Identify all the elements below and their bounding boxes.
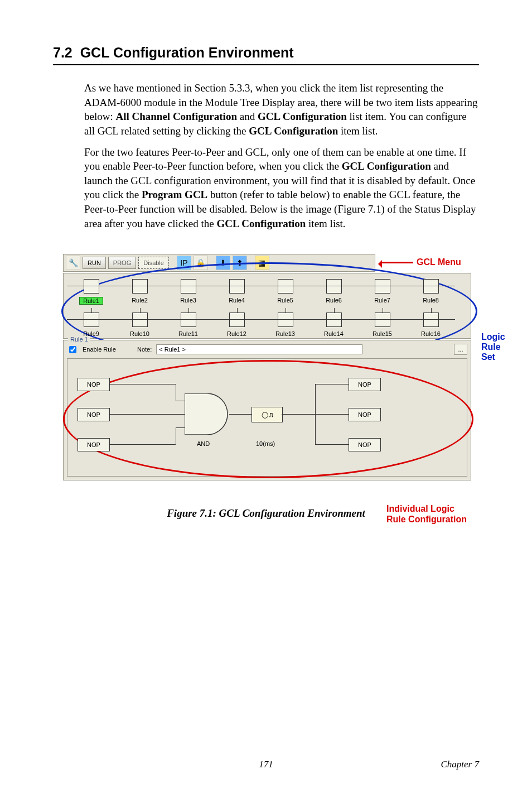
download-icon[interactable]: ⬇ [216,256,230,270]
rule-label[interactable]: Rule16 [418,330,444,337]
rule-label[interactable]: Rule10 [127,330,153,337]
rule-label[interactable]: Rule13 [272,330,298,337]
prog-button[interactable]: PROG [108,257,136,269]
rule-box[interactable] [132,279,148,294]
rule-box[interactable] [181,279,196,294]
note-browse-button[interactable]: ... [454,344,467,355]
section-number: 7.2 [53,45,72,60]
gcl-config-window: GCL Menu 🔧 RUN PROG Disable IP 🔒 ⬇ ⬆ ▦ [63,254,476,480]
rule-box[interactable] [278,279,293,294]
rule-box[interactable] [326,313,342,327]
section-title-text: GCL Configuration Environment [80,45,294,60]
output-nop-1[interactable]: NOP [349,378,381,391]
rule1-frame-title: Rule 1 [68,336,90,343]
disable-button[interactable]: Disable [138,257,169,269]
rule-label[interactable]: Rule4 [225,297,248,304]
monitor-icon[interactable]: ▦ [255,256,269,270]
annotation-gcl-menu: GCL Menu [417,257,461,267]
rule-box[interactable] [423,279,439,294]
rule-box[interactable] [326,279,342,294]
page-footer: 171 Chapter 7 [53,759,479,770]
rule1-frame: Rule 1 Enable Rule Note: ... NOP NOP NOP [63,340,471,480]
and-gate[interactable] [185,393,229,435]
lock-icon[interactable]: 🔒 [194,256,208,270]
rule-label[interactable]: Rule14 [321,330,347,337]
rule-box[interactable] [375,313,390,327]
rule-label[interactable]: Rule8 [419,297,442,304]
rule-label[interactable]: Rule11 [175,330,201,337]
rule-label[interactable]: Rule15 [369,330,395,337]
logic-canvas: NOP NOP NOP [67,358,467,477]
rule-box[interactable] [84,313,99,327]
rule-label[interactable]: Rule7 [371,297,394,304]
rule-label[interactable]: Rule12 [224,330,250,337]
rule-label[interactable]: Rule2 [128,297,151,304]
paragraph-1: As we have mentioned in Section 5.3.3, w… [84,81,479,138]
rule-box[interactable] [229,313,245,327]
heading-rule [53,64,479,65]
rule-box[interactable] [84,279,99,294]
output-nop-3[interactable]: NOP [349,438,381,451]
chapter-label: Chapter 7 [441,759,479,770]
ip-icon[interactable]: IP [177,256,191,270]
delay-block[interactable]: ◯ ⎍ [252,407,283,422]
gcl-toolbar: 🔧 RUN PROG Disable IP 🔒 ⬇ ⬆ ▦ [63,254,375,272]
delay-label: 10(ms) [256,440,275,447]
rule-box[interactable] [423,313,439,327]
rule-label[interactable]: Rule6 [322,297,345,304]
rule-label[interactable]: Rule5 [274,297,297,304]
section-heading: 7.2 GCL Configuration Environment [53,45,479,61]
note-label: Note: [137,346,152,353]
rule-box[interactable] [229,279,245,294]
paragraph-2: For the two features Peer-to-Peer and GC… [84,145,479,231]
pulse-icon: ⎍ [269,411,273,418]
clock-icon: ◯ [262,411,268,419]
enable-rule-label: Enable Rule [83,346,116,353]
run-button[interactable]: RUN [83,257,106,269]
annotation-individual-logic: Individual Logic Rule Configuration [386,504,467,525]
annotation-logic-rule-set: Logic Rule Set [481,332,505,362]
body-text: As we have mentioned in Section 5.3.3, w… [84,81,479,230]
rule-box[interactable] [132,313,148,327]
input-nop-3[interactable]: NOP [78,438,110,451]
page-number: 171 [259,759,273,770]
rule-row-1: Rule1 Rule2 Rule3 Rule4 Rule5 Rule6 Rule… [67,279,467,305]
arrow-icon [380,262,413,263]
rule-box[interactable] [375,279,390,294]
module-icon[interactable]: 🔧 [66,256,80,270]
enable-rule-checkbox[interactable] [69,346,76,353]
rule-row-2: Rule9 Rule10 Rule11 Rule12 Rule13 Rule14… [67,313,467,337]
rule-box[interactable] [278,313,293,327]
and-gate-label: AND [197,440,210,447]
output-nop-2[interactable]: NOP [349,408,381,421]
rule-label[interactable]: Rule1 [79,297,103,305]
rules-panel: Rule1 Rule2 Rule3 Rule4 Rule5 Rule6 Rule… [63,273,471,339]
input-nop-2[interactable]: NOP [78,408,110,421]
note-input[interactable] [156,344,362,354]
input-nop-1[interactable]: NOP [78,378,110,391]
rule-label[interactable]: Rule3 [177,297,200,304]
rule-box[interactable] [181,313,196,327]
upload-icon[interactable]: ⬆ [233,256,247,270]
